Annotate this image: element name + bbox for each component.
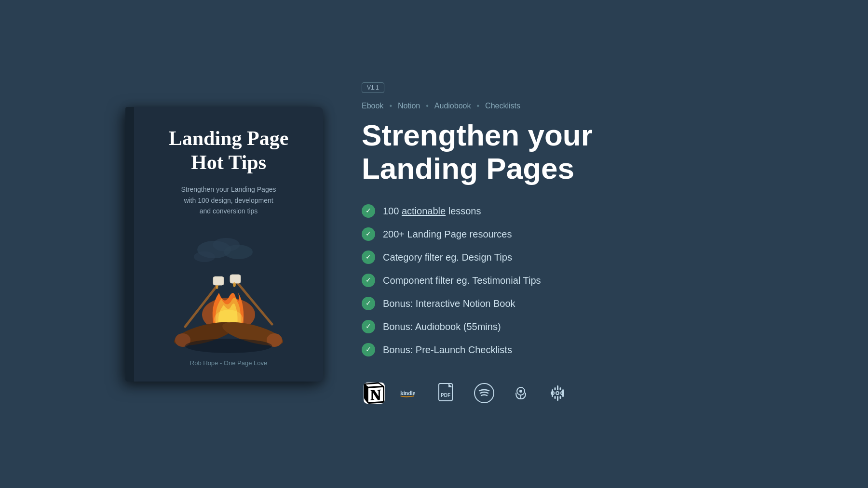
check-icon: ✓ (362, 320, 375, 333)
book-title-line2: Hot Tips (191, 151, 266, 173)
svg-rect-24 (557, 396, 558, 401)
svg-rect-5 (213, 277, 224, 285)
list-item: ✓ 100 actionable lessons (362, 204, 743, 218)
svg-point-8 (233, 282, 236, 287)
tag-dot-3: • (476, 102, 479, 110)
tag-line: Ebook • Notion • Audiobook • Checklists (362, 102, 743, 110)
google-podcasts-icon[interactable] (545, 381, 570, 406)
spotify-logo-svg (474, 382, 495, 404)
kindle-logo-svg: kindle (400, 382, 421, 404)
feature-text: Component filter eg. Testimonial Tips (383, 274, 541, 287)
pdf-logo-svg: PDF (437, 382, 458, 404)
platform-icons: kindle PDF (362, 381, 743, 406)
main-heading-line1: Strengthen your (362, 119, 743, 152)
tag-dot-1: • (389, 102, 392, 110)
spotify-icon[interactable] (472, 381, 497, 406)
campfire-svg (156, 230, 301, 356)
check-icon: ✓ (362, 274, 375, 287)
features-list: ✓ 100 actionable lessons ✓ 200+ Landing … (362, 204, 743, 356)
book-spine (125, 107, 134, 382)
page-container: Landing Page Hot Tips Strengthen your La… (96, 82, 772, 405)
check-icon: ✓ (362, 297, 375, 310)
svg-point-20 (475, 383, 494, 403)
google-podcasts-logo-svg (547, 382, 568, 404)
list-item: ✓ 200+ Landing Page resources (362, 227, 743, 241)
list-item: ✓ Category filter eg. Design Tips (362, 251, 743, 264)
book-author: Rob Hope - One Page Love (181, 359, 267, 367)
feature-text: 200+ Landing Page resources (383, 227, 512, 241)
svg-point-16 (185, 339, 272, 353)
list-item: ✓ Bonus: Pre-Launch Checklists (362, 343, 743, 356)
svg-point-22 (519, 390, 522, 393)
list-item: ✓ Bonus: Audiobook (55mins) (362, 320, 743, 333)
tag-checklists: Checklists (485, 102, 520, 110)
svg-text:PDF: PDF (441, 393, 450, 398)
tag-ebook: Ebook (362, 102, 383, 110)
main-heading: Strengthen your Landing Pages (362, 119, 743, 185)
svg-rect-7 (230, 275, 241, 283)
check-icon: ✓ (362, 251, 375, 264)
book-cover: Landing Page Hot Tips Strengthen your La… (125, 107, 323, 382)
notion-icon[interactable] (362, 381, 387, 406)
svg-point-3 (194, 251, 215, 262)
fire-illustration (140, 221, 309, 356)
feature-text: Bonus: Pre-Launch Checklists (383, 343, 512, 356)
tag-dot-2: • (426, 102, 429, 110)
book-main-title: Landing Page Hot Tips (169, 126, 289, 175)
feature-text: Category filter eg. Design Tips (383, 251, 512, 264)
book-title-area: Landing Page Hot Tips Strengthen your La… (160, 126, 289, 217)
check-icon: ✓ (362, 343, 375, 356)
svg-point-32 (556, 392, 559, 395)
right-content: V1.1 Ebook • Notion • Audiobook • Checkl… (362, 82, 743, 405)
check-icon: ✓ (362, 227, 375, 241)
feature-text: 100 actionable lessons (383, 204, 481, 218)
feature-text: Bonus: Interactive Notion Book (383, 297, 515, 310)
pdf-icon[interactable]: PDF (435, 381, 460, 406)
podcasts-icon[interactable] (508, 381, 533, 406)
svg-rect-30 (560, 396, 561, 399)
svg-point-9 (216, 285, 218, 289)
kindle-icon[interactable]: kindle (398, 381, 423, 406)
version-badge: V1.1 (362, 82, 384, 93)
list-item: ✓ Bonus: Interactive Notion Book (362, 297, 743, 310)
svg-rect-29 (555, 396, 556, 399)
svg-rect-28 (560, 387, 561, 390)
tag-audiobook: Audiobook (434, 102, 471, 110)
book-subtitle: Strengthen your Landing Pageswith 100 de… (169, 184, 289, 216)
check-icon: ✓ (362, 204, 375, 218)
actionable-underline: actionable (402, 206, 446, 216)
book-title-line1: Landing Page (169, 127, 289, 149)
svg-point-2 (224, 245, 253, 259)
tag-notion: Notion (398, 102, 420, 110)
list-item: ✓ Component filter eg. Testimonial Tips (362, 274, 743, 287)
svg-rect-25 (552, 389, 553, 397)
podcasts-logo-svg (510, 382, 531, 404)
svg-rect-27 (555, 387, 556, 390)
notion-logo (364, 382, 385, 404)
svg-rect-23 (557, 385, 558, 390)
feature-text: Bonus: Audiobook (55mins) (383, 320, 501, 333)
main-heading-line2: Landing Pages (362, 152, 743, 185)
